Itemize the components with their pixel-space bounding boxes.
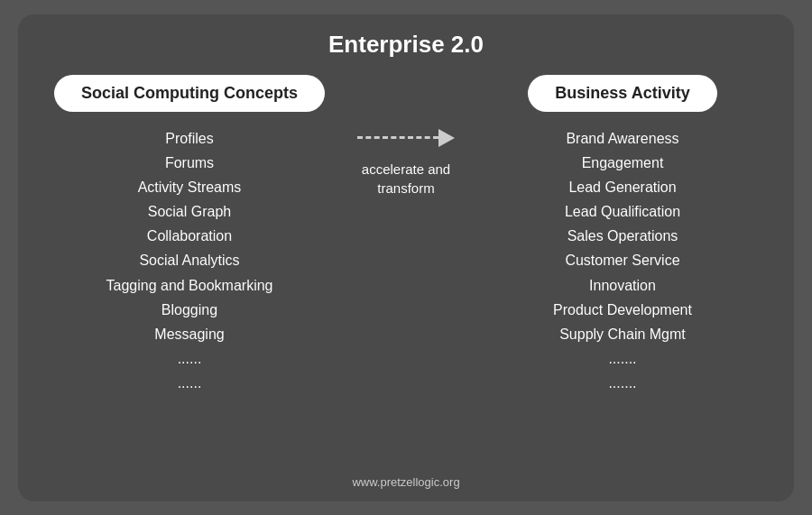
list-item: Social Analytics: [106, 248, 272, 272]
list-item: Sales Operations: [553, 224, 692, 248]
enterprise-card: Enterprise 2.0 Social Computing Concepts…: [18, 14, 794, 501]
right-column: Business Activity Brand AwarenessEngagem…: [478, 75, 767, 396]
left-pill: Social Computing Concepts: [54, 75, 325, 112]
right-pill: Business Activity: [528, 75, 716, 112]
list-item: Lead Generation: [553, 175, 692, 199]
list-item: .......: [553, 371, 692, 395]
footer-url: www.pretzellogic.org: [352, 475, 459, 489]
list-item: Collaboration: [106, 224, 272, 248]
list-item: .......: [553, 346, 692, 371]
arrow-label: accelerate and transform: [343, 160, 469, 198]
page-title: Enterprise 2.0: [328, 31, 484, 59]
list-item: Engagement: [553, 151, 692, 175]
list-item: Customer Service: [553, 248, 692, 272]
list-item: Innovation: [553, 273, 692, 298]
arrow-head: [438, 129, 455, 147]
left-items-list: ProfilesForumsActivity StreamsSocial Gra…: [106, 126, 272, 396]
list-item: Tagging and Bookmarking: [106, 273, 272, 298]
list-item: Profiles: [106, 126, 272, 151]
list-item: ......: [106, 346, 272, 371]
list-item: Activity Streams: [106, 175, 272, 199]
main-row: Social Computing Concepts ProfilesForums…: [45, 75, 767, 468]
list-item: Social Graph: [106, 199, 272, 224]
left-column: Social Computing Concepts ProfilesForums…: [45, 75, 334, 396]
list-item: Lead Qualification: [553, 199, 692, 224]
arrow-container: [357, 129, 455, 147]
middle-section: accelerate and transform: [334, 129, 478, 198]
list-item: Forums: [106, 151, 272, 175]
list-item: ......: [106, 371, 272, 395]
right-items-list: Brand AwarenessEngagementLead Generation…: [553, 126, 692, 396]
list-item: Supply Chain Mgmt: [553, 322, 692, 346]
list-item: Blogging: [106, 298, 272, 322]
list-item: Product Development: [553, 298, 692, 322]
list-item: Messaging: [106, 322, 272, 346]
list-item: Brand Awareness: [553, 126, 692, 151]
dashed-line: [357, 136, 438, 139]
